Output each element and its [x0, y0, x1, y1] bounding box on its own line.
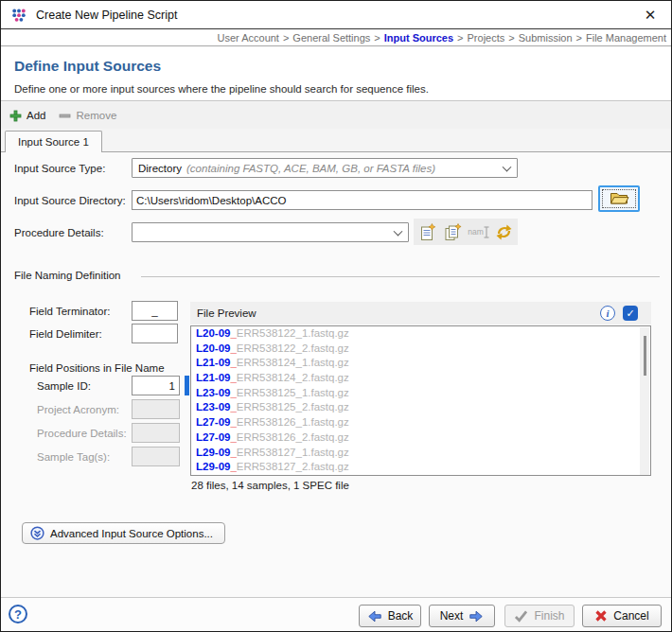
rename-procedure-button[interactable]: nam	[468, 220, 489, 243]
cancel-label: Cancel	[613, 609, 648, 623]
file-preview-item: L27-09_ERR538126_1.fastq.gz	[191, 415, 650, 430]
project-acronym-label: Project Acronym:	[37, 404, 119, 415]
title-bar: Create New Pipeline Script ✕	[1, 1, 671, 29]
folder-open-icon	[610, 191, 629, 206]
input-source-type-value: Directory	[138, 163, 182, 174]
arrow-right-icon	[469, 610, 484, 623]
next-label: Next	[440, 609, 464, 623]
breadcrumb-submission: Submission	[519, 32, 573, 44]
new-procedure-button[interactable]	[416, 220, 438, 243]
file-preview-item: L27-09_ERR538126_2.fastq.gz	[191, 430, 650, 446]
sample-tags-label: Sample Tag(s):	[37, 451, 110, 463]
sample-tags-input[interactable]	[132, 447, 180, 466]
input-source-type-label: Input Source Type:	[14, 163, 105, 174]
chevron-down-icon	[394, 226, 403, 236]
add-source-button[interactable]: Add	[9, 110, 45, 122]
group-divider	[141, 276, 660, 277]
help-button[interactable]: ?	[9, 605, 27, 623]
info-icon[interactable]: i	[600, 306, 615, 321]
refresh-icon	[495, 223, 513, 241]
arrow-left-icon	[367, 610, 382, 623]
field-delimiter-input[interactable]	[132, 324, 178, 343]
breadcrumb: User Account > General Settings > Input …	[1, 30, 671, 46]
file-preview-item: L23-09_ERR538125_2.fastq.gz	[191, 400, 650, 415]
page-title: Define Input Sources	[14, 58, 161, 75]
wizard-header: Define Input Sources Define one or more …	[1, 47, 671, 101]
breadcrumb-user-account: User Account	[218, 32, 279, 44]
rename-icon: nam	[468, 225, 489, 239]
window-title: Create New Pipeline Script	[36, 9, 177, 22]
file-preview-status: 28 files, 14 samples, 1 SPEC file	[191, 480, 349, 491]
back-label: Back	[388, 609, 414, 623]
remove-source-label: Remove	[76, 110, 116, 121]
scrollbar-thumb[interactable]	[644, 336, 646, 376]
source-toolbar: Add Remove	[1, 102, 671, 129]
close-button[interactable]: ✕	[629, 1, 671, 28]
cancel-button[interactable]: Cancel	[582, 605, 662, 627]
breadcrumb-input-sources: Input Sources	[384, 32, 453, 44]
breadcrumb-separator: >	[576, 32, 582, 44]
input-source-directory-field[interactable]	[132, 190, 592, 210]
help-icon: ?	[14, 607, 22, 622]
finish-button[interactable]: Finish	[504, 605, 575, 627]
input-source-directory-label: Input Source Directory:	[14, 195, 126, 206]
file-preview-item: L21-09_ERR538124_1.fastq.gz	[191, 356, 650, 371]
breadcrumb-separator: >	[283, 32, 289, 44]
copy-procedure-button[interactable]	[442, 220, 464, 243]
file-preview-item: L20-09_ERR538122_1.fastq.gz	[191, 326, 650, 342]
x-icon	[594, 609, 608, 623]
breadcrumb-separator: >	[508, 32, 514, 44]
dialog-window: Create New Pipeline Script ✕ User Accoun…	[0, 0, 672, 632]
tab-label: Input Source 1	[18, 136, 89, 148]
file-preview-item: L29-09_ERR538127_1.fastq.gz	[191, 446, 650, 461]
advanced-options-label: Advanced Input Source Options...	[50, 528, 213, 539]
file-preview-item: L21-09_ERR538124_2.fastq.gz	[191, 371, 650, 386]
field-terminator-input[interactable]	[132, 301, 178, 321]
file-preview-scrollbar[interactable]	[640, 327, 649, 475]
input-source-type-select[interactable]: Directory (containing FASTQ, ACE, BAM, G…	[132, 158, 518, 178]
preview-enabled-checkbox[interactable]: ✓	[623, 306, 638, 321]
field-delimiter-label: Field Delimiter:	[29, 328, 102, 340]
breadcrumb-separator: >	[374, 32, 380, 44]
check-icon: ✓	[626, 307, 634, 320]
procedure-details-actions: nam	[414, 219, 518, 245]
input-source-type-hint: (containing FASTQ, ACE, BAM, GB, or FAST…	[186, 163, 435, 174]
double-chevron-down-icon	[30, 526, 44, 540]
refresh-procedure-button[interactable]	[493, 220, 515, 243]
new-document-icon	[419, 223, 436, 241]
sample-id-label: Sample ID:	[37, 380, 91, 392]
remove-source-button[interactable]: Remove	[59, 110, 116, 122]
minus-icon	[59, 110, 71, 122]
finish-label: Finish	[534, 609, 564, 623]
page-description: Define one or more input sources where t…	[14, 83, 429, 95]
file-preview-title: File Preview	[197, 307, 256, 319]
file-preview-header: File Preview i ✓	[190, 302, 651, 325]
plus-icon	[9, 110, 22, 122]
procedure-details-label: Procedure Details:	[14, 227, 104, 238]
app-logo-icon	[11, 8, 27, 23]
procedure-details-position-input[interactable]	[132, 423, 180, 443]
project-acronym-input[interactable]	[132, 399, 180, 419]
breadcrumb-projects: Projects	[468, 32, 505, 44]
next-button[interactable]: Next	[429, 605, 495, 627]
browse-directory-button[interactable]	[598, 185, 640, 212]
procedure-details-position-label: Procedure Details:	[37, 428, 127, 439]
breadcrumb-general-settings: General Settings	[292, 32, 370, 44]
procedure-details-select[interactable]	[132, 222, 409, 242]
check-icon	[514, 610, 528, 623]
sample-id-input[interactable]	[132, 376, 180, 395]
add-source-label: Add	[27, 110, 45, 121]
breadcrumb-separator: >	[457, 32, 463, 44]
footer-bar: ? Back Next Finish Cancel	[1, 597, 671, 632]
file-naming-group-title: File Naming Definition	[14, 270, 121, 281]
advanced-options-button[interactable]: Advanced Input Source Options...	[22, 522, 225, 544]
field-terminator-label: Field Terminator:	[29, 306, 110, 317]
close-icon: ✕	[645, 7, 657, 24]
tab-input-source-1[interactable]: Input Source 1	[5, 131, 102, 152]
file-preview-list[interactable]: L20-09_ERR538122_1.fastq.gz L20-09_ERR53…	[190, 325, 651, 476]
file-preview-item: L23-09_ERR538125_1.fastq.gz	[191, 386, 650, 401]
chevron-down-icon	[503, 162, 512, 171]
file-preview-item: L20-09_ERR538122_2.fastq.gz	[191, 342, 650, 357]
back-button[interactable]: Back	[359, 605, 421, 627]
field-positions-title: Field Positions in File Name	[29, 362, 165, 374]
